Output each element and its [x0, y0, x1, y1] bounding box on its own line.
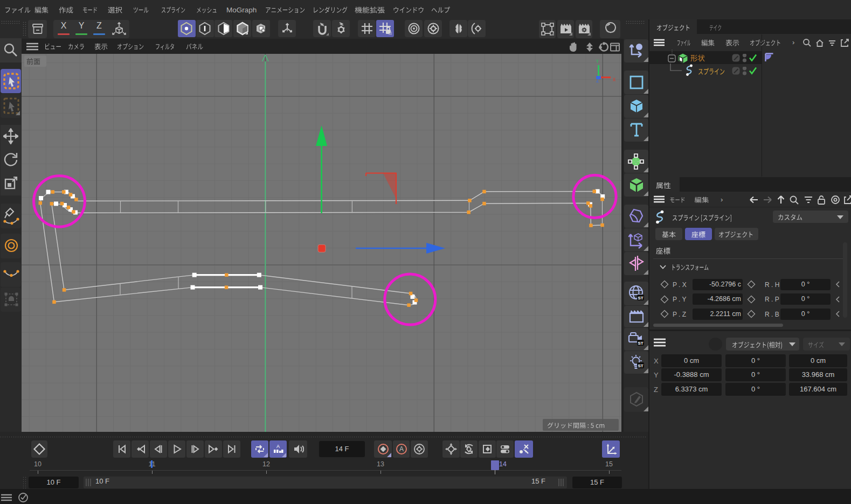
svg-text:A: A: [276, 444, 280, 449]
svg-text:A: A: [399, 445, 403, 453]
svg-text:ST: ST: [638, 296, 643, 300]
svg-text:ST: ST: [638, 363, 643, 368]
svg-text:ST: ST: [638, 341, 643, 346]
